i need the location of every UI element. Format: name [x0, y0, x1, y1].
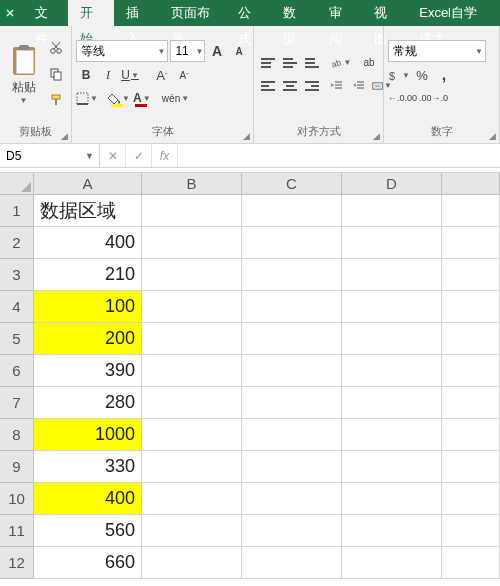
cell[interactable]: 210 [34, 259, 142, 291]
align-right-button[interactable] [302, 76, 322, 96]
tab-review[interactable]: 审阅 [317, 0, 362, 26]
cell[interactable] [242, 195, 342, 227]
row-header[interactable]: 5 [0, 323, 34, 355]
align-top-button[interactable] [258, 53, 278, 73]
cell[interactable] [442, 483, 500, 515]
accounting-format-button[interactable]: $▼ [388, 65, 410, 85]
cell[interactable]: 200 [34, 323, 142, 355]
cell[interactable] [242, 387, 342, 419]
select-all-button[interactable] [0, 173, 34, 195]
cell[interactable] [442, 291, 500, 323]
column-header[interactable] [442, 173, 500, 195]
tab-insert[interactable]: 插入 [114, 0, 159, 26]
cell[interactable]: 400 [34, 227, 142, 259]
column-header[interactable]: C [242, 173, 342, 195]
dialog-launcher-icon[interactable]: ◢ [373, 131, 380, 141]
cell[interactable] [242, 547, 342, 579]
font-grow-a-button[interactable]: Aˆ [152, 65, 172, 85]
row-header[interactable]: 11 [0, 515, 34, 547]
cell[interactable]: 330 [34, 451, 142, 483]
cell[interactable] [242, 355, 342, 387]
cell[interactable] [142, 451, 242, 483]
font-shrink-a-button[interactable]: Aˇ [174, 65, 194, 85]
cell[interactable] [142, 419, 242, 451]
cell[interactable]: 1000 [34, 419, 142, 451]
underline-button[interactable]: U▼ [120, 65, 140, 85]
row-header[interactable]: 7 [0, 387, 34, 419]
cell[interactable] [342, 355, 442, 387]
font-size-input[interactable] [171, 44, 195, 58]
cell[interactable] [142, 483, 242, 515]
cell[interactable] [142, 547, 242, 579]
cell[interactable] [442, 515, 500, 547]
align-middle-button[interactable] [280, 53, 300, 73]
column-header[interactable]: A [34, 173, 142, 195]
number-format-combo[interactable]: ▼ [388, 40, 486, 62]
cell[interactable] [342, 387, 442, 419]
paste-button[interactable]: 粘贴 ▼ [4, 43, 43, 105]
font-name-combo[interactable]: ▼ [76, 40, 168, 62]
cell[interactable] [442, 227, 500, 259]
row-header[interactable]: 2 [0, 227, 34, 259]
cell[interactable] [142, 387, 242, 419]
row-header[interactable]: 1 [0, 195, 34, 227]
tab-file[interactable]: 文件 [23, 0, 68, 26]
dialog-launcher-icon[interactable]: ◢ [243, 131, 250, 141]
increase-font-button[interactable]: A [207, 41, 227, 61]
cell[interactable] [142, 195, 242, 227]
cell[interactable] [442, 195, 500, 227]
font-name-input[interactable] [77, 44, 155, 58]
cell[interactable] [342, 259, 442, 291]
insert-function-button[interactable]: fx [152, 144, 178, 167]
column-header[interactable]: D [342, 173, 442, 195]
cell[interactable]: 100 [34, 291, 142, 323]
tab-addin[interactable]: Excel自学成才 [407, 0, 500, 26]
cell[interactable]: 400 [34, 483, 142, 515]
row-header[interactable]: 3 [0, 259, 34, 291]
cell[interactable] [142, 355, 242, 387]
decrease-font-button[interactable]: A [229, 41, 249, 61]
cancel-formula-button[interactable]: ✕ [100, 144, 126, 167]
fill-color-button[interactable]: ▼ [108, 88, 130, 108]
row-header[interactable]: 4 [0, 291, 34, 323]
chevron-down-icon[interactable]: ▼ [195, 47, 204, 56]
cell[interactable] [442, 547, 500, 579]
cell[interactable] [242, 419, 342, 451]
italic-button[interactable]: I [98, 65, 118, 85]
dialog-launcher-icon[interactable]: ◢ [61, 131, 68, 141]
cell[interactable] [242, 259, 342, 291]
cell[interactable] [442, 259, 500, 291]
cell[interactable] [242, 323, 342, 355]
column-header[interactable]: B [142, 173, 242, 195]
decrease-indent-button[interactable] [326, 76, 346, 96]
increase-indent-button[interactable] [348, 76, 368, 96]
cell[interactable] [342, 291, 442, 323]
cut-button[interactable] [45, 38, 67, 58]
tab-home[interactable]: 开始 [68, 0, 113, 26]
cell[interactable]: 数据区域 [34, 195, 142, 227]
border-button[interactable]: ▼ [76, 88, 98, 108]
cell[interactable] [142, 323, 242, 355]
cell[interactable] [342, 323, 442, 355]
cell[interactable] [342, 547, 442, 579]
number-format-input[interactable] [389, 44, 473, 58]
cell[interactable] [142, 291, 242, 323]
font-size-combo[interactable]: ▼ [170, 40, 205, 62]
cell[interactable] [242, 291, 342, 323]
row-header[interactable]: 12 [0, 547, 34, 579]
cell[interactable] [242, 451, 342, 483]
format-painter-button[interactable] [45, 90, 67, 110]
row-header[interactable]: 9 [0, 451, 34, 483]
chevron-down-icon[interactable]: ▼ [473, 47, 485, 56]
cell[interactable] [142, 515, 242, 547]
tab-view[interactable]: 视图 [362, 0, 407, 26]
cell[interactable] [342, 515, 442, 547]
chevron-down-icon[interactable]: ▼ [85, 151, 99, 161]
cell[interactable] [342, 227, 442, 259]
cell[interactable] [442, 451, 500, 483]
cell[interactable]: 280 [34, 387, 142, 419]
wrap-text-button[interactable]: ab [359, 53, 379, 73]
cell[interactable] [342, 451, 442, 483]
name-box[interactable]: ▼ [0, 144, 100, 167]
cell[interactable] [242, 515, 342, 547]
